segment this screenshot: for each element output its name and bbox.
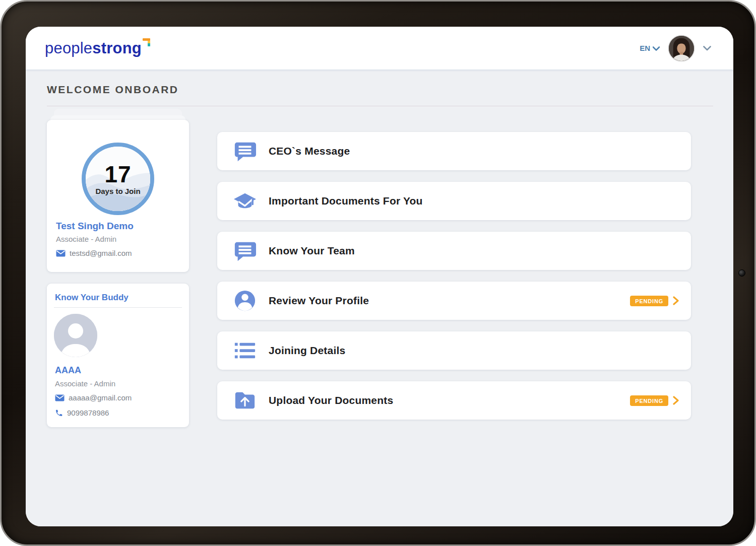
list-icon (233, 339, 257, 362)
chevron-right-icon[interactable] (673, 296, 679, 305)
menu-item-right: PENDING (630, 296, 679, 306)
header-right: EN (640, 35, 711, 62)
buddy-card: Know Your Buddy AAAA Associate - Admin (47, 284, 189, 427)
logo-part2: strong (92, 39, 142, 57)
logo-mark-icon (143, 38, 151, 47)
logo-text: peoplestrong (45, 39, 142, 57)
buddy-email: aaaaa@gmail.com (69, 393, 132, 402)
employee-designation: Associate - Admin (56, 235, 116, 243)
language-selector[interactable]: EN (640, 44, 660, 52)
buddy-designation: Associate - Admin (55, 379, 115, 388)
avatar-image (669, 36, 694, 61)
page-title: WELCOME ONBOARD (47, 84, 179, 96)
email-icon (56, 250, 66, 257)
menu-item-joining-details[interactable]: Joining Details (217, 331, 691, 370)
menu-item-label: CEO`s Message (269, 145, 350, 157)
employee-email-row: testsd@gmail.com (56, 249, 132, 257)
days-to-join-circle: 17 Days to Join (82, 143, 154, 215)
status-badge: PENDING (630, 296, 668, 306)
menu-item-label: Upload Your Documents (269, 394, 393, 406)
user-avatar[interactable] (668, 35, 695, 62)
profile-menu-chevron-icon[interactable] (703, 44, 711, 53)
buddy-email-row: aaaaa@gmail.com (55, 393, 132, 402)
menu-item-know-your-team[interactable]: Know Your Team (217, 232, 691, 270)
status-badge: PENDING (630, 395, 668, 406)
menu-item-upload-your-documents[interactable]: Upload Your Documents PENDING (217, 381, 691, 420)
menu-item-important-documents[interactable]: Important Documents For You (217, 182, 691, 220)
employee-name: Test Singh Demo (56, 221, 134, 232)
tablet-frame: peoplestrong EN (0, 0, 756, 546)
folder-upload-icon (233, 389, 257, 412)
menu-item-label: Review Your Profile (269, 295, 369, 307)
menu-item-label: Joining Details (269, 345, 345, 357)
phone-icon (55, 409, 63, 417)
camera-icon (738, 269, 745, 277)
app-header: peoplestrong EN (26, 27, 733, 70)
menu-item-label: Important Documents For You (269, 195, 423, 207)
peoplestrong-logo[interactable]: peoplestrong (45, 39, 151, 57)
buddy-card-title: Know Your Buddy (55, 293, 129, 303)
email-icon (55, 394, 65, 401)
page: peoplestrong EN (0, 0, 756, 546)
person-silhouette-icon (54, 314, 97, 357)
logo-part1: people (45, 39, 92, 57)
employee-email: testsd@gmail.com (70, 249, 132, 257)
chat-icon (233, 239, 257, 262)
person-icon (233, 289, 257, 312)
chevron-right-icon[interactable] (673, 396, 679, 405)
chat-icon (233, 140, 257, 163)
menu-item-right: PENDING (630, 395, 679, 406)
profile-card: 17 Days to Join Test Singh Demo Associat… (47, 120, 189, 272)
menu-item-review-your-profile[interactable]: Review Your Profile PENDING (217, 282, 691, 320)
days-label: Days to Join (86, 187, 150, 195)
menu-item-label: Know Your Team (269, 245, 355, 257)
buddy-phone-row: 9099878986 (55, 408, 109, 417)
buddy-card-divider (54, 307, 182, 308)
language-label: EN (640, 44, 650, 52)
days-count: 17 (86, 161, 150, 188)
graduation-cap-icon (233, 189, 257, 213)
buddy-phone: 9099878986 (67, 408, 109, 417)
menu-item-ceo-message[interactable]: CEO`s Message (217, 132, 691, 170)
buddy-avatar-placeholder (54, 314, 97, 357)
app-screen: peoplestrong EN (26, 27, 733, 526)
content-area: WELCOME ONBOARD 17 Days to Join (26, 70, 733, 526)
title-divider (47, 106, 713, 106)
buddy-name: AAAA (55, 365, 81, 376)
chevron-down-icon (653, 44, 660, 52)
